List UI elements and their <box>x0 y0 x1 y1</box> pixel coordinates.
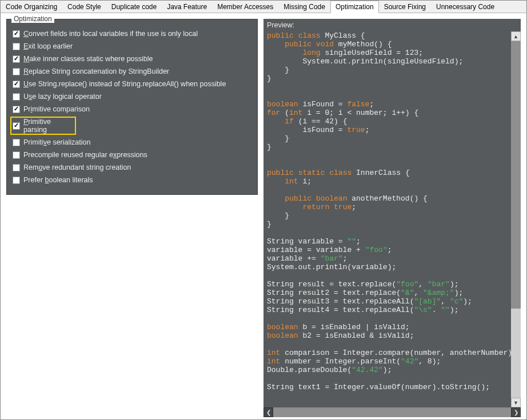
option-make-inner-classes-static-where-possible[interactable]: Make inner classes static where possible <box>11 54 253 64</box>
tab-member-accesses[interactable]: Member Accesses <box>212 1 278 13</box>
code-preview: public class MyClass { public void myMet… <box>264 31 511 407</box>
option-label: Precompile reused regular expressions <box>23 151 147 159</box>
scroll-down-icon[interactable]: ▼ <box>511 398 521 407</box>
scroll-right-icon[interactable]: ❯ <box>511 407 521 417</box>
checkbox[interactable] <box>13 30 20 38</box>
scroll-thumb-h[interactable] <box>273 407 511 417</box>
preview-label: Preview: <box>264 19 521 31</box>
option-exit-loop-earlier[interactable]: Exit loop earlier <box>11 41 253 51</box>
checkbox[interactable] <box>13 43 20 50</box>
option-label: Primitive parsing <box>23 118 75 134</box>
option-label: Convert fields into local variables if t… <box>23 30 198 38</box>
scroll-track[interactable] <box>511 41 521 398</box>
tab-unnecessary-code[interactable]: Unnecessary Code <box>431 1 500 13</box>
tab-java-feature[interactable]: Java Feature <box>162 1 212 13</box>
option-use-lazy-logical-operator[interactable]: Use lazy logical operator <box>11 91 253 102</box>
option-label: Make inner classes static where possible <box>23 55 153 63</box>
checkbox-list: Convert fields into local variables if t… <box>11 27 253 190</box>
checkbox[interactable] <box>13 81 20 88</box>
checkbox[interactable] <box>13 151 20 159</box>
tab-bar: Code OrganizingCode StyleDuplicate codeJ… <box>1 1 526 13</box>
code-wrapper: public class MyClass { public void myMet… <box>264 31 521 407</box>
option-label: Use lazy logical operator <box>23 93 102 101</box>
option-use-string-replace-instead-of-string-replaceall-when-possible[interactable]: Use String.replace() instead of String.r… <box>11 79 253 89</box>
option-primitive-parsing[interactable]: Primitive parsing <box>10 117 76 135</box>
checkbox[interactable] <box>13 106 20 113</box>
option-precompile-reused-regular-expressions[interactable]: Precompile reused regular expressions <box>11 150 253 160</box>
option-label: Prefer boolean literals <box>23 176 93 184</box>
group-label: Optimization <box>11 15 54 23</box>
tab-optimization[interactable]: Optimization <box>330 1 379 13</box>
option-label: Replace String concatenation by StringBu… <box>23 67 169 75</box>
tab-duplicate-code[interactable]: Duplicate code <box>106 1 162 13</box>
checkbox[interactable] <box>13 177 20 184</box>
scroll-thumb[interactable] <box>511 41 521 309</box>
scroll-track-h[interactable] <box>273 407 511 417</box>
checkbox[interactable] <box>13 164 20 171</box>
option-primitive-comparison[interactable]: Primitive comparison <box>11 104 253 114</box>
option-label: Use String.replace() instead of String.r… <box>23 80 226 88</box>
window: Code OrganizingCode StyleDuplicate codeJ… <box>0 0 527 420</box>
horizontal-scrollbar[interactable]: ❮ ❯ <box>264 407 521 417</box>
checkbox[interactable] <box>13 122 20 130</box>
option-remove-redundant-string-creation[interactable]: Remove redundant string creation <box>11 162 253 173</box>
option-primitive-serialization[interactable]: Primitive serialization <box>11 137 253 147</box>
option-convert-fields-into-local-variables-if-the-use-is-only-local[interactable]: Convert fields into local variables if t… <box>11 29 253 39</box>
option-label: Exit loop earlier <box>23 42 73 50</box>
option-prefer-boolean-literals[interactable]: Prefer boolean literals <box>11 175 253 185</box>
tab-code-style[interactable]: Code Style <box>62 1 106 13</box>
checkbox[interactable] <box>13 139 20 146</box>
checkbox[interactable] <box>13 68 20 75</box>
optimization-group: Optimization Convert fields into local v… <box>6 19 258 195</box>
preview-panel: Preview: public class MyClass { public v… <box>264 19 521 417</box>
checkbox[interactable] <box>13 55 20 63</box>
content-area: Optimization Convert fields into local v… <box>1 13 526 419</box>
option-label: Primitive serialization <box>23 138 90 146</box>
scroll-up-icon[interactable]: ▲ <box>511 31 521 41</box>
option-label: Primitive comparison <box>23 105 90 113</box>
checkbox[interactable] <box>13 93 20 101</box>
tab-code-organizing[interactable]: Code Organizing <box>1 1 62 13</box>
scroll-left-icon[interactable]: ❮ <box>264 407 273 417</box>
option-label: Remove redundant string creation <box>23 163 131 171</box>
tab-missing-code[interactable]: Missing Code <box>278 1 330 13</box>
option-replace-string-concatenation-by-stringbuilder[interactable]: Replace String concatenation by StringBu… <box>11 66 253 77</box>
vertical-scrollbar[interactable]: ▲ ▼ <box>511 31 521 407</box>
tab-source-fixing[interactable]: Source Fixing <box>379 1 431 13</box>
